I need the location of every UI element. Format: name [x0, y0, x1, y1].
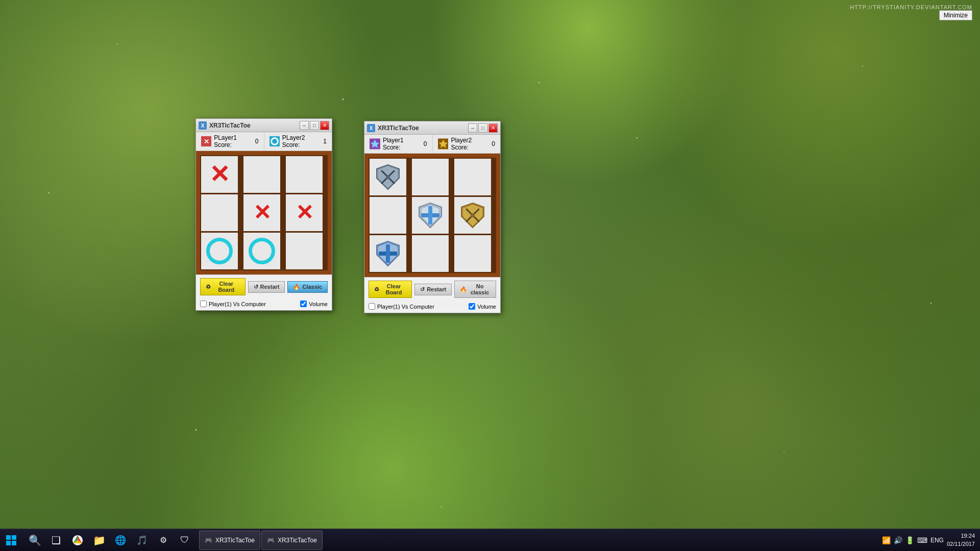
volume-checkbox-1[interactable] — [300, 300, 307, 307]
cell2-1-1[interactable] — [412, 197, 449, 234]
minimize-win-btn-1[interactable]: – — [300, 121, 309, 130]
settings-btn-taskbar[interactable]: ⚙ — [153, 530, 174, 550]
maximize-win-btn-2[interactable]: □ — [478, 123, 487, 133]
svg-rect-34 — [6, 541, 11, 545]
cell2-0-1[interactable] — [412, 159, 449, 195]
cell-1-1[interactable]: ✕ — [243, 194, 280, 231]
mode-button-2[interactable]: 🔥 No classic — [454, 281, 496, 298]
clear-board-button-2[interactable]: ♻ Clear Board — [369, 281, 412, 298]
cell-0-1[interactable] — [243, 156, 280, 193]
window-classic: X XR3TicTacToe – □ ✕ ✕ PLayer1 Score: 0 … — [195, 118, 332, 311]
maximize-win-btn-1[interactable]: □ — [310, 121, 319, 130]
shield-btn[interactable]: 🛡 — [175, 530, 195, 550]
cell-2-1[interactable] — [243, 233, 280, 269]
mode-label-1: Classic — [302, 284, 322, 290]
chrome-btn[interactable] — [67, 530, 88, 550]
player-vs-computer-label-2: Player(1) Vs Computer — [377, 304, 434, 310]
x-mark-0-0: ✕ — [209, 162, 230, 187]
close-win-btn-2[interactable]: ✕ — [488, 123, 498, 133]
cell-0-2[interactable] — [286, 156, 323, 193]
window1-taskbar-btn[interactable]: 🎮 XR3TicTacToe — [199, 531, 260, 550]
volume-item-1: Volume — [300, 300, 328, 307]
window-controls-1: – □ ✕ — [300, 121, 329, 130]
volume-checkbox-2[interactable] — [469, 303, 475, 310]
cell2-2-2[interactable] — [454, 235, 491, 272]
cell-0-0[interactable]: ✕ — [201, 156, 238, 193]
cell-2-2[interactable] — [286, 233, 323, 269]
score-bar-2: Player1 Score: 0 Player2 Score: 0 — [364, 135, 500, 154]
app-icon-1: X — [199, 121, 207, 130]
checkbox-row-1: Player(1) Vs Computer Volume — [196, 298, 332, 310]
restart-icon-1: ↺ — [254, 284, 258, 290]
player2-score-1: 1 — [323, 138, 327, 145]
svg-rect-35 — [12, 541, 16, 545]
x-mark-1-2: ✕ — [296, 202, 313, 223]
mode-button-1[interactable]: 🔥 Classic — [287, 281, 328, 293]
browser-btn[interactable]: 🌐 — [110, 530, 131, 550]
player-vs-computer-checkbox-2[interactable] — [369, 303, 375, 310]
clock-time: 19:24 — [947, 532, 975, 540]
cell2-0-0[interactable] — [370, 159, 406, 195]
player1-score-1: 0 — [255, 138, 259, 145]
player2-label-2: Player2 Score: — [451, 137, 489, 151]
restart-button-2[interactable]: ↺ Restart — [414, 284, 452, 295]
player2-avatar-2 — [438, 138, 449, 149]
keyboard-icon: ⌨ — [917, 536, 927, 544]
svg-text:✕: ✕ — [204, 138, 209, 145]
cell2-2-1[interactable] — [412, 235, 449, 272]
svg-text:X: X — [201, 123, 205, 129]
window1-taskbar-icon: 🎮 — [205, 537, 212, 544]
folder-btn[interactable]: 📁 — [89, 530, 109, 550]
volume-label-2: Volume — [477, 304, 496, 310]
player-vs-computer-item-1: Player(1) Vs Computer — [200, 300, 266, 307]
minimize-win-btn-2[interactable]: – — [468, 123, 477, 133]
clear-board-button-1[interactable]: ♻ Clear Board — [200, 278, 246, 295]
player2-avatar-1 — [270, 136, 280, 147]
clock-date: 02/11/2017 — [947, 540, 975, 548]
window2-taskbar-label: XR3TicTacToe — [278, 537, 317, 544]
mode-icon-2: 🔥 — [460, 286, 467, 293]
svg-rect-21 — [428, 206, 432, 224]
player-vs-computer-label-1: Player(1) Vs Computer — [209, 301, 266, 307]
minimize-button[interactable]: Minimize — [939, 10, 972, 20]
cell2-0-2[interactable] — [454, 159, 491, 195]
player1-score-cell-2: Player1 Score: 0 — [364, 135, 433, 153]
controls-bar-1: ♻ Clear Board ↺ Restart 🔥 Classic — [196, 274, 332, 298]
language-display: ENG — [930, 537, 944, 544]
search-taskbar-btn[interactable]: 🔍 — [24, 530, 45, 550]
titlebar-1[interactable]: X XR3TicTacToe – □ ✕ — [196, 119, 332, 132]
network-icon: 📶 — [882, 536, 891, 544]
cell2-1-0[interactable] — [370, 197, 406, 234]
cell-2-0[interactable] — [201, 233, 238, 269]
restart-button-1[interactable]: ↺ Restart — [248, 281, 285, 293]
volume-item-2: Volume — [469, 303, 496, 310]
shield-icon-1 — [375, 164, 401, 190]
restart-label-2: Restart — [427, 286, 446, 292]
window2-taskbar-btn[interactable]: 🎮 XR3TicTacToe — [261, 531, 323, 550]
clear-board-label-1: Clear Board — [213, 281, 240, 293]
clear-board-icon-2: ♻ — [374, 286, 379, 293]
o-mark-2-1 — [249, 238, 275, 264]
cell2-2-0[interactable] — [370, 235, 406, 272]
controls-bar-2: ♻ Clear Board ↺ Restart 🔥 No classic — [364, 277, 500, 301]
svg-rect-32 — [6, 535, 11, 540]
x-mark-1-1: ✕ — [253, 202, 271, 223]
svg-point-26 — [471, 213, 475, 217]
player2-score-2: 0 — [492, 140, 495, 147]
shield-icon-3 — [459, 202, 486, 229]
start-button[interactable] — [0, 529, 22, 552]
task-view-btn[interactable]: ❑ — [46, 530, 66, 550]
window-controls-2: – □ ✕ — [468, 123, 498, 133]
cell-1-0[interactable] — [201, 194, 238, 231]
svg-point-16 — [386, 175, 390, 179]
windows-logo-icon — [6, 535, 17, 546]
media-btn[interactable]: 🎵 — [132, 530, 152, 550]
cell-1-2[interactable]: ✕ — [286, 194, 323, 231]
title-left-2: X XR3TicTacToe — [367, 124, 419, 132]
taskbar-quick-launch: 🔍 ❑ 📁 🌐 🎵 ⚙ 🛡 — [22, 530, 197, 550]
close-win-btn-1[interactable]: ✕ — [320, 121, 329, 130]
cell2-1-2[interactable] — [454, 197, 491, 234]
player-vs-computer-checkbox-1[interactable] — [200, 300, 207, 307]
svg-text:X: X — [370, 126, 373, 131]
titlebar-2[interactable]: X XR3TicTacToe – □ ✕ — [364, 121, 500, 135]
